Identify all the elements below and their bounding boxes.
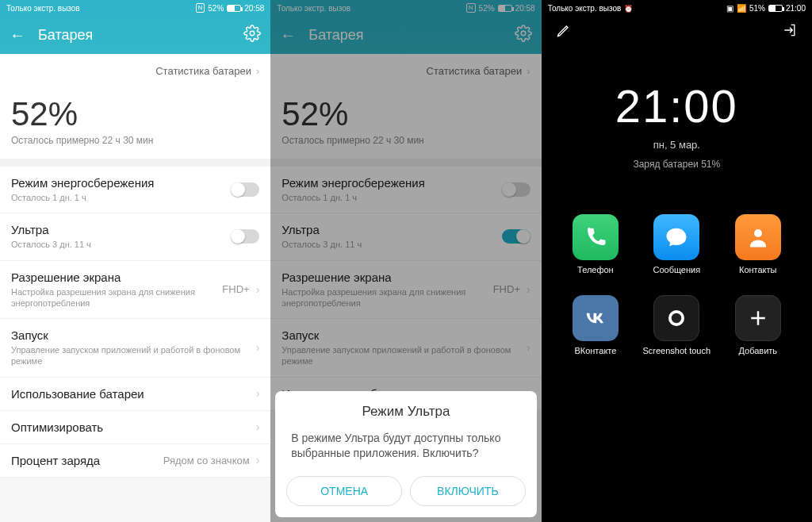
screen-ultra-home: Только экстр. вызов ▣ 📶 51% 21:00 21:00 … [542, 0, 812, 522]
toggle-power-saving[interactable] [231, 182, 259, 197]
page-title: Батарея [38, 27, 231, 44]
status-bar: Только экстр. вызов N 52% 20:58 [0, 0, 270, 16]
ultra-mode-dialog: Режим Ультра В режиме Ультра будут досту… [275, 391, 536, 517]
chevron-right-icon: › [256, 65, 259, 77]
battery-remaining: Осталось примерно 22 ч 30 мин [11, 135, 259, 146]
alarm-icon [621, 4, 633, 13]
chevron-right-icon: › [256, 341, 260, 354]
clock: 21:00 [786, 4, 806, 13]
gear-icon[interactable] [243, 25, 261, 45]
status-bar: Только экстр. вызов ▣ 📶 51% 21:00 [542, 0, 812, 16]
dialog-body: В режиме Ультра будут доступны только вы… [286, 431, 525, 462]
plus-icon [735, 295, 781, 341]
battery-summary: 52% Осталось примерно 22 ч 30 мин [0, 87, 270, 159]
ultra-topbar [542, 16, 812, 48]
clock: 20:58 [244, 4, 264, 13]
battery-icon [227, 5, 241, 12]
screen-battery-1: Только экстр. вызов N 52% 20:58 ← Батаре… [0, 0, 270, 522]
enable-button[interactable]: ВКЛЮЧИТЬ [410, 476, 526, 506]
carrier-text: Только экстр. вызов [6, 4, 80, 13]
row-optimize[interactable]: Оптимизировать › [0, 411, 270, 444]
edit-icon[interactable] [556, 22, 572, 41]
app-vk[interactable]: ВКонтакте [573, 295, 619, 355]
chevron-right-icon: › [256, 454, 260, 466]
clock-date: пн, 5 мар. [542, 139, 812, 151]
svg-point-2 [754, 229, 762, 237]
message-icon [653, 214, 699, 260]
chevron-right-icon: › [256, 387, 260, 400]
toolbar: ← Батарея [0, 16, 270, 54]
row-ultra[interactable]: УльтраОсталось 3 дн. 11 ч [0, 213, 270, 260]
app-screenshot[interactable]: Screenshot touch [643, 295, 711, 355]
svg-point-0 [251, 31, 255, 36]
row-launch[interactable]: ЗапускУправление запуском приложений и р… [0, 319, 270, 378]
app-messages[interactable]: Сообщения [653, 214, 700, 274]
chevron-right-icon: › [256, 283, 260, 296]
dialog-title: Режим Ультра [286, 404, 525, 420]
battery-pct: 52% [208, 4, 224, 13]
toggle-ultra[interactable] [231, 229, 259, 244]
app-grid: Телефон Сообщения Контакты ВКонтакте Scr… [542, 214, 812, 355]
battery-icon [768, 5, 783, 12]
battery-big-pct: 52% [11, 95, 259, 133]
lock-clock: 21:00 пн, 5 мар. Заряд батареи 51% [542, 79, 812, 170]
svg-point-4 [672, 313, 682, 324]
battery-stats-link[interactable]: Статистика батареи› [0, 54, 270, 87]
contacts-icon [735, 214, 781, 260]
row-usage[interactable]: Использование батареи › [0, 378, 270, 411]
row-resolution[interactable]: Разрешение экранаНастройка разрешения эк… [0, 261, 270, 320]
exit-icon[interactable] [782, 22, 798, 41]
row-power-saving[interactable]: Режим энергосбереженияОсталось 1 дн. 1 ч [0, 167, 270, 213]
battery-pct: 51% [749, 4, 765, 13]
clock-time: 21:00 [542, 79, 812, 132]
clock-charge: Заряд батареи 51% [542, 159, 812, 170]
wifi-icon: 📶 [737, 4, 746, 13]
cast-icon: ▣ [726, 4, 733, 13]
content: Статистика батареи› 52% Осталось примерн… [0, 54, 270, 522]
app-add[interactable]: Добавить [735, 295, 781, 355]
back-icon[interactable]: ← [10, 26, 25, 44]
camera-icon [653, 295, 699, 341]
vk-icon [573, 295, 619, 341]
cancel-button[interactable]: ОТМЕНА [286, 476, 402, 506]
screen-battery-2-dialog: Только экстр. вызов N 52% 20:58 ← Батаре… [270, 0, 541, 522]
carrier-text: Только экстр. вызов [548, 4, 634, 13]
app-contacts[interactable]: Контакты [735, 214, 781, 274]
row-battery-percent[interactable]: Процент заряда Рядом со значком› [0, 444, 270, 478]
phone-icon [573, 214, 619, 260]
app-phone[interactable]: Телефон [573, 214, 619, 274]
nfc-icon: N [196, 3, 205, 13]
chevron-right-icon: › [256, 420, 260, 433]
